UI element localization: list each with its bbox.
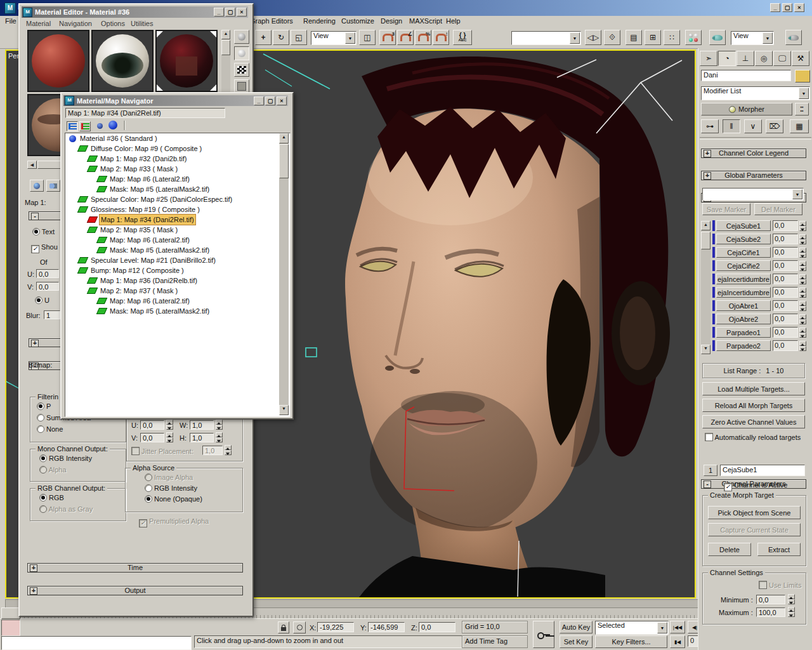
jitter-placement-checkbox[interactable]: Jitter Placement: xyxy=(131,447,193,455)
channel-name-button[interactable]: Parpadeo1 xyxy=(716,327,771,338)
tree-item[interactable]: Map: Map #6 (Lateral2.tif) xyxy=(65,174,290,184)
radio-icon[interactable] xyxy=(39,505,47,513)
radio-icon[interactable] xyxy=(37,402,44,410)
expand-icon[interactable]: + xyxy=(704,172,711,180)
u-crop-spinner[interactable] xyxy=(166,420,173,430)
blur-field[interactable]: 1 xyxy=(44,310,60,319)
tab-motion[interactable]: ◎ xyxy=(755,51,773,66)
tree-item[interactable]: Map 2: Map #35 ( Mask ) xyxy=(65,225,290,235)
w-crop-spinner[interactable] xyxy=(216,420,223,430)
dropdown-arrow-icon[interactable]: ▼ xyxy=(792,189,802,199)
tree-item[interactable]: Mask: Map #5 (LateralMask2.tif) xyxy=(65,306,290,316)
h-crop-spinner[interactable] xyxy=(216,432,223,442)
channel-value-spinner[interactable] xyxy=(799,248,806,258)
v-offset-field[interactable]: 0,0 xyxy=(36,282,59,291)
sample-slot-red[interactable] xyxy=(27,30,89,92)
remove-modifier-button[interactable]: ⌦ xyxy=(766,119,783,133)
image-alpha-radio[interactable]: Image Alpha xyxy=(145,474,193,481)
channel-value-spinner[interactable] xyxy=(799,314,806,324)
select-and-move-button[interactable]: + xyxy=(255,30,272,45)
save-marker-button[interactable]: Save Marker xyxy=(702,203,750,215)
radio-icon[interactable] xyxy=(145,474,152,481)
expand-icon[interactable]: + xyxy=(30,564,37,572)
channel-name-button[interactable]: Parpadeo2 xyxy=(716,340,771,351)
dropdown-arrow-icon[interactable]: ▼ xyxy=(345,32,355,44)
maxscript-mini-listener-pink[interactable] xyxy=(1,620,20,636)
scrollbar-thumb[interactable] xyxy=(221,40,230,55)
rollout-global-parameters[interactable]: +Global Parameters xyxy=(701,171,806,180)
minimum-field[interactable]: 0,0 xyxy=(756,595,785,604)
stack-expand-button[interactable]: ▪▪▪▪ xyxy=(795,103,809,116)
delete-button[interactable]: Delete xyxy=(708,543,751,556)
scroll-down-arrow[interactable]: ▼ xyxy=(279,405,289,415)
material-map-navigator-window[interactable]: M Material/Map Navigator _ ▢ × Map 1: Ma… xyxy=(60,92,294,420)
checkbox-icon[interactable] xyxy=(759,581,767,589)
premultiplied-alpha-checkbox[interactable]: ✓ Premultiplied Alpha xyxy=(139,517,209,527)
key-filter-scope-dropdown[interactable]: Selected ▼ xyxy=(595,621,669,635)
menu-rendering[interactable]: Rendering xyxy=(303,17,336,25)
tab-utilities[interactable]: ⚒ xyxy=(792,51,809,66)
none-opaque-radio[interactable]: None (Opaque) xyxy=(145,495,202,503)
tree-item[interactable]: Mask: Map #5 (LateralMask2.tif) xyxy=(65,184,290,194)
scroll-up-arrow[interactable]: ▲ xyxy=(279,133,289,143)
checkbox-checked-icon[interactable]: ✓ xyxy=(31,245,39,253)
channel-value-spinner[interactable] xyxy=(799,328,806,338)
channel-value-field[interactable]: 0,0 xyxy=(773,327,798,338)
channel-value-spinner[interactable] xyxy=(799,274,806,284)
select-and-rotate-button[interactable]: ↻ xyxy=(273,30,289,45)
radio-icon[interactable] xyxy=(32,228,40,235)
channel-value-spinner[interactable] xyxy=(799,288,806,298)
dropdown-arrow-icon[interactable]: ▼ xyxy=(570,32,580,44)
radio-icon[interactable] xyxy=(37,425,44,433)
render-preset-dropdown[interactable]: View ▼ xyxy=(731,31,774,45)
main-restore-button[interactable]: ▢ xyxy=(782,3,792,12)
show-map-checkbox[interactable]: ✓ Shou xyxy=(31,243,58,253)
radio-icon[interactable] xyxy=(37,414,44,421)
u-offset-field[interactable]: 0,0 xyxy=(36,269,59,278)
w-crop-field[interactable]: 1,0 xyxy=(190,420,214,430)
named-selection-dropdown[interactable]: ▼ xyxy=(511,31,581,45)
channel-name-button[interactable]: ejaIncertidumbre xyxy=(716,287,771,298)
me-menu-navigation[interactable]: Navigation xyxy=(59,20,92,27)
maxscript-mini-listener-white[interactable] xyxy=(1,636,192,650)
tree-item[interactable]: Map 1: Map #36 (Dani2Relb.tif) xyxy=(65,275,290,286)
checkbox-icon[interactable] xyxy=(705,433,713,441)
expand-icon[interactable]: + xyxy=(31,340,39,347)
texture-radio[interactable]: Text xyxy=(32,228,55,235)
tab-create[interactable]: ➣ xyxy=(700,51,717,66)
channel-value-spinner[interactable] xyxy=(799,261,806,271)
quick-render-button[interactable] xyxy=(785,30,802,45)
menu-help[interactable]: Help xyxy=(446,17,461,25)
pick-object-from-scene-button[interactable]: Pick Object from Scene xyxy=(708,506,801,519)
key-mode-toggle[interactable]: ▮◀ xyxy=(670,635,685,648)
me-minimize-button[interactable]: _ xyxy=(214,8,224,17)
tree-item[interactable]: Map: Map #6 (Lateral2.tif) xyxy=(65,235,290,245)
configure-modifier-sets-button[interactable]: ▦ xyxy=(790,119,809,133)
background-button[interactable] xyxy=(234,63,249,77)
menu-design[interactable]: Design xyxy=(381,17,402,25)
collapse-icon[interactable]: - xyxy=(31,213,39,220)
material-editor-button[interactable] xyxy=(685,30,702,45)
assign-material-button[interactable] xyxy=(46,180,60,192)
channel-name-button[interactable]: CejaSube1 xyxy=(716,220,771,231)
scroll-left-arrow[interactable]: ◀ xyxy=(27,161,37,169)
me-menu-material[interactable]: Material xyxy=(26,20,51,27)
main-minimize-button[interactable]: _ xyxy=(770,3,780,12)
zero-active-channel-values-button[interactable]: Zero Active Channel Values xyxy=(702,415,805,428)
rgb-intensity-radio[interactable]: RGB Intensity xyxy=(39,454,92,462)
channel-value-spinner[interactable] xyxy=(799,234,806,244)
channel-value-spinner[interactable] xyxy=(799,341,806,351)
jitter-field[interactable]: 1,0 xyxy=(202,446,223,455)
channel-name-button[interactable]: ejaIncertidumbre xyxy=(716,274,771,284)
rgb-radio[interactable]: RGB xyxy=(39,494,64,501)
tree-item[interactable]: Material #36 ( Standard ) xyxy=(65,133,290,143)
view-large-icons-button[interactable] xyxy=(108,121,117,129)
material-editor-titlebar[interactable]: M Material Editor - Material #36 _ ▢ × xyxy=(22,6,248,18)
tab-display[interactable]: 🖵 xyxy=(773,51,791,66)
view-list-plus-button[interactable] xyxy=(79,121,91,131)
none-filtering-radio[interactable]: None xyxy=(37,425,63,433)
main-close-button[interactable]: × xyxy=(794,3,804,12)
alpha-radio[interactable]: Alpha xyxy=(39,466,67,474)
checkbox-checked-icon[interactable]: ✓ xyxy=(139,519,147,527)
channel-value-field[interactable]: 0,0 xyxy=(773,300,798,311)
